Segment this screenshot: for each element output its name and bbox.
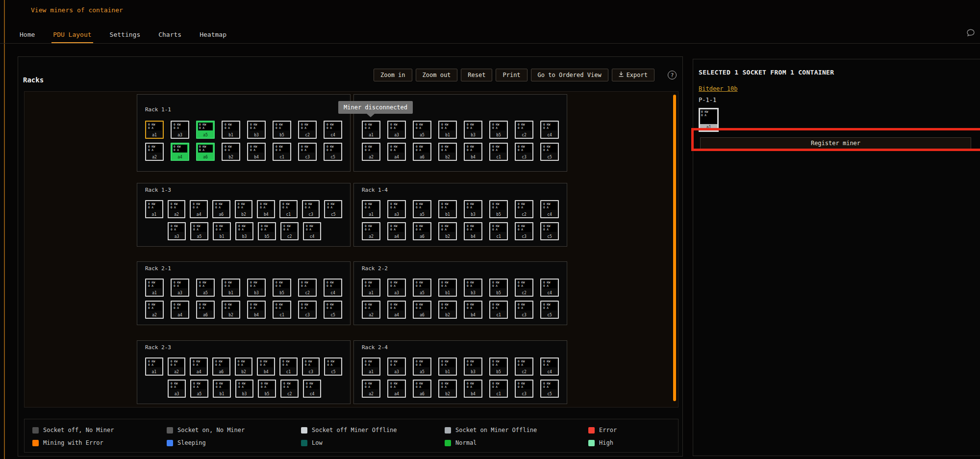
socket-b5[interactable]: 0 KW0 Ab5: [258, 380, 276, 398]
socket-a4[interactable]: 0 KW0 Aa4: [387, 380, 406, 398]
socket-b3[interactable]: 0 KW0 Ab3: [464, 279, 482, 297]
help-icon[interactable]: ?: [668, 71, 677, 79]
socket-a5[interactable]: 0 KW0 Aa5: [413, 357, 431, 376]
socket-b5[interactable]: 0 KW0 Ab5: [489, 200, 508, 218]
zoom-in-button[interactable]: Zoom in: [374, 69, 412, 81]
socket-b2[interactable]: 0 KW0 Ab2: [235, 200, 253, 218]
socket-a4[interactable]: 0 KW0 Aa4: [171, 301, 189, 319]
socket-b4[interactable]: 0 KW0 Ab4: [464, 222, 482, 240]
socket-b1[interactable]: 0 KW0 Ab1: [213, 222, 231, 240]
socket-a4[interactable]: 0 KW0 Aa4: [387, 143, 406, 161]
socket-c1[interactable]: 0 KW0 Ac1: [489, 380, 508, 398]
socket-c2[interactable]: 0 KW0 Ac2: [515, 121, 533, 139]
socket-a5[interactable]: 0 KW0 Aa5: [190, 222, 208, 240]
socket-a4[interactable]: 0 KW0 Aa4: [190, 200, 208, 218]
socket-c2[interactable]: 0 KW0 Ac2: [298, 279, 317, 297]
tab-home[interactable]: Home: [20, 31, 35, 44]
socket-b5[interactable]: 0 KW0 Ab5: [489, 357, 508, 376]
go-to-ordered-view-button[interactable]: Go to Ordered View: [531, 69, 608, 81]
socket-b4[interactable]: 0 KW0 Ab4: [464, 380, 482, 398]
socket-a2[interactable]: 0 KW0 Aa2: [362, 301, 380, 319]
socket-a1[interactable]: 0 KW0 Aa1: [362, 279, 380, 297]
tab-charts[interactable]: Charts: [158, 31, 181, 44]
socket-c5[interactable]: 0 KW0 Ac5: [540, 301, 559, 319]
socket-a6[interactable]: 0 KW0 Aa6: [413, 222, 431, 240]
socket-a3[interactable]: 0 KW0 Aa3: [387, 121, 406, 139]
socket-c5[interactable]: 0 KW0 Ac5: [540, 380, 559, 398]
socket-a1[interactable]: 0 KW0 Aa1: [362, 357, 380, 376]
socket-a3[interactable]: 0 KW0 Aa3: [387, 200, 406, 218]
socket-c5[interactable]: 0 KW0 Ac5: [324, 143, 342, 161]
socket-b1[interactable]: 0 KW0 Ab1: [213, 380, 231, 398]
socket-b4[interactable]: 0 KW0 Ab4: [247, 143, 266, 161]
socket-c5[interactable]: 0 KW0 Ac5: [324, 357, 342, 376]
socket-a6[interactable]: 0 KW0 Aa6: [212, 200, 230, 218]
socket-c5[interactable]: 0 KW0 Ac5: [540, 143, 559, 161]
socket-a1[interactable]: 0 KW0 Aa1: [145, 121, 164, 139]
socket-c4[interactable]: 0 KW0 Ac4: [324, 279, 342, 297]
container-link[interactable]: Bitdeer 10b: [699, 85, 737, 92]
socket-b1[interactable]: 0 KW0 Ab1: [438, 357, 457, 376]
socket-a5[interactable]: 0 KW0 Aa5: [413, 279, 431, 297]
socket-b3[interactable]: 0 KW0 Ab3: [464, 200, 482, 218]
socket-c4[interactable]: 0 KW0 Ac4: [303, 222, 321, 240]
socket-c1[interactable]: 0 KW0 Ac1: [279, 200, 298, 218]
socket-a1[interactable]: 0 KW0 Aa1: [145, 200, 163, 218]
socket-b5[interactable]: 0 KW0 Ab5: [489, 121, 508, 139]
socket-b3[interactable]: 0 KW0 Ab3: [235, 380, 253, 398]
socket-c4[interactable]: 0 KW0 Ac4: [540, 121, 559, 139]
socket-b1[interactable]: 0 KW0 Ab1: [438, 279, 457, 297]
socket-b2[interactable]: 0 KW0 Ab2: [222, 143, 240, 161]
socket-a6[interactable]: 0 KW0 Aa6: [196, 143, 215, 161]
socket-b3[interactable]: 0 KW0 Ab3: [247, 121, 266, 139]
socket-a5[interactable]: 0 KW0 Aa5: [413, 200, 431, 218]
socket-a2[interactable]: 0 KW0 Aa2: [362, 380, 380, 398]
socket-b2[interactable]: 0 KW0 Ab2: [222, 301, 240, 319]
socket-a3[interactable]: 0 KW0 Aa3: [171, 279, 189, 297]
socket-b4[interactable]: 0 KW0 Ab4: [257, 200, 275, 218]
socket-b5[interactable]: 0 KW0 Ab5: [489, 279, 508, 297]
socket-b5[interactable]: 0 KW0 Ab5: [273, 279, 291, 297]
socket-c1[interactable]: 0 KW0 Ac1: [273, 143, 291, 161]
socket-a6[interactable]: 0 KW0 Aa6: [413, 143, 431, 161]
socket-b2[interactable]: 0 KW0 Ab2: [438, 380, 457, 398]
socket-c3[interactable]: 0 KW0 Ac3: [302, 200, 320, 218]
socket-a5[interactable]: 0 KW0 Aa5: [413, 121, 431, 139]
socket-c3[interactable]: 0 KW0 Ac3: [298, 143, 317, 161]
socket-b3[interactable]: 0 KW0 Ab3: [235, 222, 253, 240]
socket-c1[interactable]: 0 KW0 Ac1: [489, 222, 508, 240]
socket-c5[interactable]: 0 KW0 Ac5: [324, 200, 342, 218]
socket-a2[interactable]: 0 KW0 Aa2: [362, 222, 380, 240]
socket-a3[interactable]: 0 KW0 Aa3: [168, 222, 186, 240]
socket-b2[interactable]: 0 KW0 Ab2: [438, 301, 457, 319]
socket-a3[interactable]: 0 KW0 Aa3: [168, 380, 186, 398]
socket-a2[interactable]: 0 KW0 Aa2: [145, 301, 164, 319]
socket-a5[interactable]: 0 KW0 Aa5: [196, 121, 215, 139]
socket-c1[interactable]: 0 KW0 Ac1: [489, 143, 508, 161]
socket-a3[interactable]: 0 KW0 Aa3: [387, 357, 406, 376]
reset-button[interactable]: Reset: [461, 69, 492, 81]
socket-c2[interactable]: 0 KW0 Ac2: [280, 380, 299, 398]
socket-c3[interactable]: 0 KW0 Ac3: [298, 301, 317, 319]
socket-c5[interactable]: 0 KW0 Ac5: [540, 222, 559, 240]
socket-a2[interactable]: 0 KW0 Aa2: [362, 143, 380, 161]
socket-c4[interactable]: 0 KW0 Ac4: [303, 380, 321, 398]
socket-c1[interactable]: 0 KW0 Ac1: [273, 301, 291, 319]
socket-c2[interactable]: 0 KW0 Ac2: [515, 357, 533, 376]
socket-a6[interactable]: 0 KW0 Aa6: [196, 301, 215, 319]
socket-b1[interactable]: 0 KW0 Ab1: [222, 279, 240, 297]
socket-a4[interactable]: 0 KW0 Aa4: [171, 143, 189, 161]
socket-c4[interactable]: 0 KW0 Ac4: [540, 200, 559, 218]
socket-a4[interactable]: 0 KW0 Aa4: [387, 301, 406, 319]
socket-a6[interactable]: 0 KW0 Aa6: [413, 380, 431, 398]
socket-a1[interactable]: 0 KW0 Aa1: [362, 121, 380, 139]
socket-c3[interactable]: 0 KW0 Ac3: [515, 222, 533, 240]
socket-c3[interactable]: 0 KW0 Ac3: [515, 301, 533, 319]
vertical-scrollbar[interactable]: [673, 95, 676, 401]
socket-a3[interactable]: 0 KW0 Aa3: [171, 121, 189, 139]
socket-b4[interactable]: 0 KW0 Ab4: [464, 143, 482, 161]
socket-a6[interactable]: 0 KW0 Aa6: [212, 357, 230, 376]
tab-pdu-layout[interactable]: PDU Layout: [53, 31, 91, 44]
socket-c4[interactable]: 0 KW0 Ac4: [540, 279, 559, 297]
socket-c2[interactable]: 0 KW0 Ac2: [280, 222, 299, 240]
